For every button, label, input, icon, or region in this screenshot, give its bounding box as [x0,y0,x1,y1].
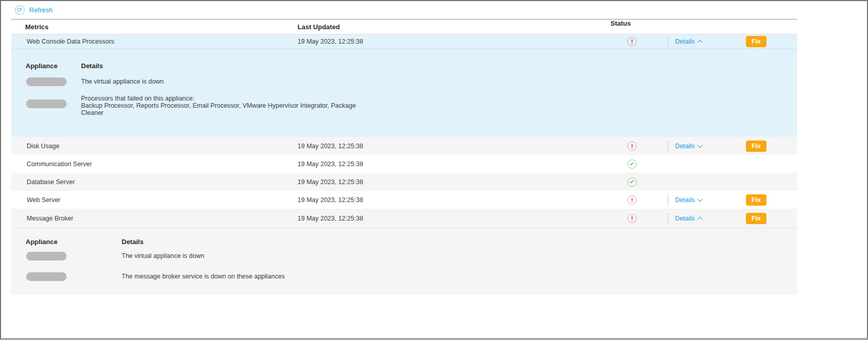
appliance-name-redacted [26,272,67,281]
row-separator [11,228,797,228]
chevron-up-icon [698,216,703,222]
table-row: Web Console Data Processors 19 May 2023,… [11,34,797,48]
appliance-name-redacted [26,77,67,86]
last-updated-value: 19 May 2023, 12:25:38 [298,161,605,168]
refresh-button[interactable]: Refresh [29,6,53,14]
chevron-up-icon [698,39,703,45]
details-expansion-panel: Appliance Details The virtual appliance … [11,62,797,137]
fix-button[interactable]: Fix [746,213,766,224]
appliance-column-header: Appliance [26,62,81,70]
table-row: Message Broker 19 May 2023, 12:25:38 ! D… [11,209,797,228]
details-toggle-link[interactable]: Details [675,196,702,204]
appliance-name-redacted [26,99,67,108]
expansion-header-row: Appliance Details [26,62,797,70]
last-updated-value: 19 May 2023, 12:25:38 [298,215,605,222]
status-cell: ! Details Fix [605,209,797,228]
status-cell: ! Details Fix [605,34,797,48]
appliance-column-header: Appliance [26,238,122,246]
row-separator [11,48,797,49]
error-status-icon: ! [627,37,637,46]
error-status-icon: ! [627,214,637,223]
fix-button[interactable]: Fix [746,194,766,206]
expansion-detail-row: The message broker service is down on th… [26,272,797,295]
last-updated-value: 19 May 2023, 12:25:38 [298,178,605,186]
success-status-icon: ✓ [627,159,637,169]
last-updated-value: 19 May 2023, 12:25:38 [298,38,605,45]
metric-label: Web Server [11,196,298,204]
error-status-icon: ! [627,195,637,205]
details-toggle-link[interactable]: Details [675,143,702,150]
details-column-header: Details [122,238,144,246]
detail-text-list: Backup Processor, Reports Processor, Ema… [81,102,362,116]
fix-button[interactable]: Fix [746,141,766,152]
vertical-divider [668,194,668,205]
details-column-header: Details [81,62,103,70]
table-row: Disk Usage 19 May 2023, 12:25:38 ! Detai… [11,137,797,155]
health-status-panel: ⟳ Refresh Metrics Last Updated Status We… [0,0,868,340]
column-header-status: Status [605,19,797,34]
metric-label: Database Server [11,178,298,186]
detail-text: The virtual appliance is down [122,252,204,261]
metric-label: Disk Usage [11,143,298,150]
chevron-down-icon [698,143,703,148]
row-group-web-console-data-processors: Web Console Data Processors 19 May 2023,… [11,34,797,137]
toolbar: ⟳ Refresh [11,1,797,19]
vertical-divider [668,213,668,224]
table-row: Communication Server 19 May 2023, 12:25:… [11,155,797,173]
status-cell: ! Details Fix [605,191,797,209]
metric-label: Message Broker [11,215,298,222]
error-status-icon: ! [627,142,637,151]
refresh-icon[interactable]: ⟳ [15,5,25,15]
detail-text: The virtual appliance is down [81,77,164,86]
details-toggle-link[interactable]: Details [675,215,702,222]
appliance-name-redacted [26,252,67,261]
expansion-header-row: Appliance Details [26,238,797,246]
table-row: Web Server 19 May 2023, 12:25:38 ! Detai… [11,191,797,209]
last-updated-value: 19 May 2023, 12:25:38 [298,196,605,204]
details-toggle-link[interactable]: Details [675,38,702,45]
vertical-divider [668,36,668,47]
success-status-icon: ✓ [627,177,637,187]
expansion-detail-row: Processors that failed on this appliance… [26,95,797,137]
last-updated-value: 19 May 2023, 12:25:38 [298,143,605,150]
status-cell: ✓ [605,173,797,191]
detail-text: The message broker service is down on th… [122,272,285,281]
fix-button[interactable]: Fix [746,36,766,47]
table-header-row: Metrics Last Updated Status [11,19,797,34]
metric-label: Communication Server [11,161,298,168]
detail-text-intro: Processors that failed on this appliance… [81,95,362,102]
status-cell: ✓ [605,155,797,173]
expansion-detail-row: The virtual appliance is down [26,252,797,261]
status-cell: ! Details Fix [605,137,797,155]
chevron-down-icon [698,196,703,202]
details-expansion-panel: Appliance Details The virtual appliance … [11,238,797,295]
row-group-message-broker: Message Broker 19 May 2023, 12:25:38 ! D… [11,209,797,295]
metric-label: Web Console Data Processors [11,38,298,45]
column-header-last-updated: Last Updated [298,23,605,31]
expansion-detail-row: The virtual appliance is down [26,77,797,86]
table-row: Database Server 19 May 2023, 12:25:38 ✓ [11,173,797,191]
column-header-metrics: Metrics [11,23,298,31]
vertical-divider [668,141,668,151]
